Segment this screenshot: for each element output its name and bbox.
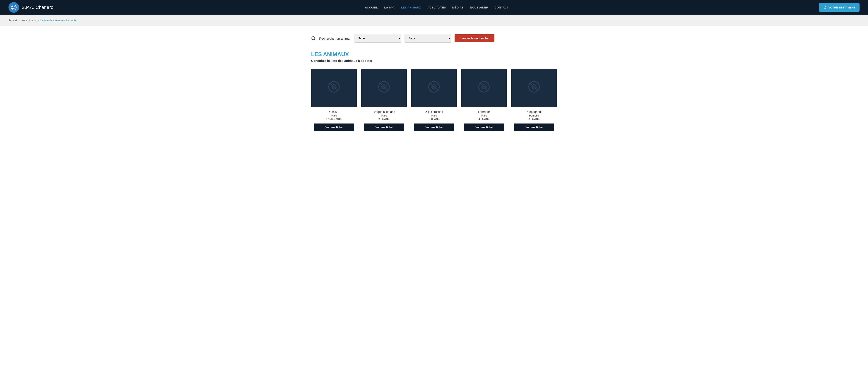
animal-card: X shitzu Mâle 2 ANS 9 MOIS Voir ma fiche bbox=[311, 69, 357, 134]
card-age: 2 ANS 9 MOIS bbox=[314, 118, 354, 121]
search-icon-wrap bbox=[311, 36, 316, 41]
nav-actualites[interactable]: ACTUALITÉS bbox=[428, 5, 446, 9]
card-age: + 10 ANS bbox=[414, 118, 454, 121]
svg-point-0 bbox=[11, 5, 16, 10]
breadcrumb-bar: Accueil › Les animaux › La liste des ani… bbox=[0, 15, 868, 26]
animal-card: Braque allemand Mâle 2 - 3 ANS Voir ma f… bbox=[361, 69, 407, 134]
nav-medias[interactable]: MÉDIAS bbox=[452, 5, 464, 9]
logo-text: S.P.A. Charleroi bbox=[22, 5, 55, 10]
card-image-4 bbox=[512, 69, 557, 107]
nav-les-animaux[interactable]: LES ANIMAUX bbox=[401, 5, 421, 9]
testament-button[interactable]: VOTRE TESTAMENT bbox=[819, 3, 860, 12]
voir-fiche-button[interactable]: Voir ma fiche bbox=[464, 124, 504, 131]
svg-point-4 bbox=[12, 8, 13, 9]
no-photo-icon bbox=[528, 81, 540, 96]
card-age: 2 - 3 ANS bbox=[364, 118, 404, 121]
logo-area: S.P.A. Charleroi bbox=[8, 2, 55, 13]
breadcrumb-home[interactable]: Accueil bbox=[8, 19, 18, 22]
svg-line-11 bbox=[380, 83, 388, 91]
animals-grid: X shitzu Mâle 2 ANS 9 MOIS Voir ma fiche… bbox=[311, 69, 557, 134]
no-photo-icon bbox=[478, 81, 490, 96]
no-photo-icon bbox=[428, 81, 440, 96]
breadcrumb-sep-2: › bbox=[38, 19, 38, 22]
animal-card: X epagneul Femelle 2 - 3 ANS Voir ma fic… bbox=[511, 69, 557, 134]
card-age: 4 - 5 ANS bbox=[464, 118, 504, 121]
card-name: Labrador bbox=[464, 110, 504, 114]
svg-point-2 bbox=[14, 6, 16, 7]
svg-point-6 bbox=[312, 37, 315, 40]
card-name: X shitzu bbox=[314, 110, 354, 114]
card-gender: Mâle bbox=[314, 114, 354, 117]
nav-nous-aider[interactable]: NOUS AIDER bbox=[470, 5, 488, 9]
svg-line-9 bbox=[330, 83, 338, 91]
nav-accueil[interactable]: ACCUEIL bbox=[365, 5, 378, 9]
testament-icon bbox=[823, 6, 827, 9]
svg-line-17 bbox=[530, 83, 538, 91]
voir-fiche-button[interactable]: Voir ma fiche bbox=[514, 124, 554, 131]
card-image-1 bbox=[361, 69, 407, 107]
svg-line-13 bbox=[430, 83, 438, 91]
card-gender: Mâle bbox=[364, 114, 404, 117]
breadcrumb-current: La liste des animaux à adopter bbox=[40, 19, 78, 22]
nav-contact[interactable]: CONTACT bbox=[495, 5, 508, 9]
nav-la-spa[interactable]: LA SPA bbox=[384, 5, 395, 9]
svg-point-3 bbox=[13, 8, 14, 9]
sexe-select[interactable]: Sexe Mâle Femelle bbox=[405, 34, 451, 42]
type-select[interactable]: Type Chien Chat Autre bbox=[354, 34, 401, 42]
card-info: Labrador Mâle 4 - 5 ANS Voir ma fiche bbox=[461, 107, 507, 134]
card-info: X shitzu Mâle 2 ANS 9 MOIS Voir ma fiche bbox=[311, 107, 356, 134]
breadcrumb-animaux[interactable]: Les animaux bbox=[21, 19, 36, 22]
breadcrumb-sep-1: › bbox=[19, 19, 20, 22]
svg-line-15 bbox=[480, 83, 488, 91]
animal-card: Labrador Mâle 4 - 5 ANS Voir ma fiche bbox=[461, 69, 507, 134]
voir-fiche-button[interactable]: Voir ma fiche bbox=[414, 124, 454, 131]
nav-menu: ACCUEIL LA SPA LES ANIMAUX ACTUALITÉS MÉ… bbox=[365, 5, 508, 9]
svg-point-1 bbox=[12, 6, 13, 7]
card-info: X jack russell Mâle + 10 ANS Voir ma fic… bbox=[411, 107, 457, 134]
card-image-0 bbox=[311, 69, 356, 107]
section-title: LES ANIMAUX bbox=[311, 51, 557, 58]
card-name: X epagneul bbox=[514, 110, 554, 114]
card-info: X epagneul Femelle 2 - 3 ANS Voir ma fic… bbox=[512, 107, 557, 134]
card-name: X jack russell bbox=[414, 110, 454, 114]
breadcrumb: Accueil › Les animaux › La liste des ani… bbox=[8, 19, 860, 22]
logo-icon bbox=[8, 2, 19, 13]
animal-card: X jack russell Mâle + 10 ANS Voir ma fic… bbox=[411, 69, 457, 134]
card-name: Braque allemand bbox=[364, 110, 404, 114]
card-gender: Femelle bbox=[514, 114, 554, 117]
card-info: Braque allemand Mâle 2 - 3 ANS Voir ma f… bbox=[361, 107, 407, 134]
search-button[interactable]: Lancer la recherche bbox=[455, 34, 494, 42]
svg-line-7 bbox=[314, 39, 315, 40]
section-subtitle: Consultez la liste des animaux à adopter bbox=[311, 59, 557, 63]
card-gender: Mâle bbox=[414, 114, 454, 117]
svg-point-5 bbox=[14, 8, 16, 9]
card-image-3 bbox=[461, 69, 507, 107]
voir-fiche-button[interactable]: Voir ma fiche bbox=[314, 124, 354, 131]
no-photo-icon bbox=[378, 81, 390, 96]
card-age: 2 - 3 ANS bbox=[514, 118, 554, 121]
no-photo-icon bbox=[328, 81, 340, 96]
search-label: Rechercher un animal bbox=[319, 37, 350, 40]
navbar: S.P.A. Charleroi ACCUEIL LA SPA LES ANIM… bbox=[0, 0, 868, 15]
voir-fiche-button[interactable]: Voir ma fiche bbox=[364, 124, 404, 131]
search-area: Rechercher un animal Type Chien Chat Aut… bbox=[311, 34, 557, 42]
card-gender: Mâle bbox=[464, 114, 504, 117]
search-icon bbox=[311, 36, 316, 41]
card-image-2 bbox=[411, 69, 457, 107]
main-content: Rechercher un animal Type Chien Chat Aut… bbox=[307, 26, 561, 142]
